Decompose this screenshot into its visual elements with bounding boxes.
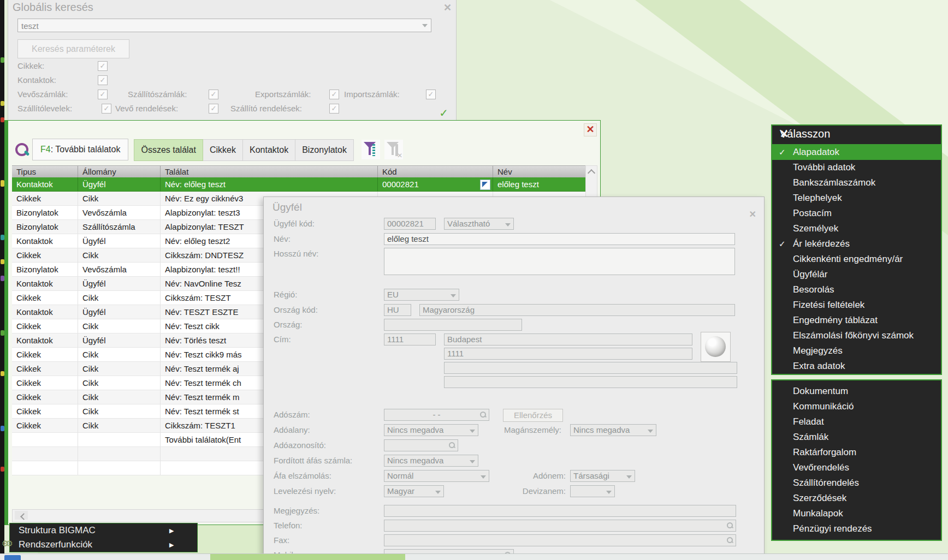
column-header[interactable]: Állomány [78,166,161,178]
reverse-vat-select[interactable]: Nincs megadva [384,455,478,467]
search-params-button[interactable]: Keresés paraméterek [17,39,129,58]
table-cell: Ügyfél [78,305,161,319]
table-cell [12,461,78,475]
private-person-select[interactable]: Nincs megadva [570,424,656,436]
address-line4-field[interactable] [444,376,737,388]
search-scope-checkbox[interactable] [209,104,218,114]
chooser-item-vevőrendelés[interactable]: Vevőrendelés [772,460,941,475]
search-scope-checkbox[interactable] [102,104,111,114]
window-title: Globális keresés [13,1,93,14]
table-cell: Cikk [78,319,161,333]
field-label-name: Név: [274,233,291,245]
long-name-field[interactable] [384,248,735,275]
chooser-item-kommunikáció[interactable]: Kommunikáció [772,399,941,414]
chooser-item-label: Raktárforgalom [793,447,856,457]
close-icon[interactable]: ✕ [443,2,452,14]
close-icon[interactable]: ✕ [584,123,597,136]
chooser-item-raktárforgalom[interactable]: Raktárforgalom [772,445,941,460]
context-menu-item[interactable]: Struktura BIGMAC▶ [10,523,197,538]
table-cell: Cikkek [12,390,78,404]
chooser-item-ár-lekérdezés[interactable]: ✓Ár lekérdezés [772,236,941,252]
chooser-item-postacím[interactable]: Postacím [772,206,941,221]
tab--sszes-tal-lat[interactable]: Összes találat [134,139,203,161]
scroll-left-icon [20,513,27,520]
zip-field[interactable]: 1111 [384,333,436,345]
table-cell: Cikkek [12,248,78,263]
chooser-item-bankszámlaszámok[interactable]: Bankszámlaszámok [772,175,941,190]
country-code-field[interactable]: HU [384,304,411,316]
table-cell [78,461,161,475]
chooser-item-alapadatok[interactable]: ✓Alapadatok [772,145,941,160]
chevron-down-icon[interactable] [422,24,428,27]
fax-field[interactable] [384,534,736,546]
chooser-item-személyek[interactable]: Személyek [772,221,941,236]
note-field[interactable] [384,505,736,517]
chooser-item-megjegyzés[interactable]: Megjegyzés [772,343,941,359]
search-scope-checkbox[interactable] [329,90,339,99]
chooser-item-feladat[interactable]: Feladat [772,414,941,430]
search-scope-checkbox[interactable] [98,90,108,99]
tab-cikkek[interactable]: Cikkek [203,139,243,161]
currency-select[interactable] [570,485,615,497]
search-input[interactable]: teszt [17,19,431,32]
tax-id-field[interactable] [384,439,458,451]
column-header[interactable]: Kód [378,166,493,178]
table-row[interactable]: KontaktokÜgyfélNév: előleg teszt00002821… [12,177,590,192]
chooser-item-számlák[interactable]: Számlák [772,430,941,445]
chooser-item-elszámolási-főkönyvi-számok[interactable]: Elszámolási főkönyvi számok [772,328,941,343]
search-scope-checkbox[interactable] [209,90,218,99]
table-cell: Kontaktok [12,277,78,291]
confirm-check-icon[interactable]: ✓ [439,106,448,120]
column-header[interactable]: Név [493,166,590,178]
tax-subject-select[interactable]: Nincs megadva [384,424,478,436]
region-select[interactable]: EU [384,289,459,301]
search-icon [15,142,29,157]
chooser-item-munkalapok[interactable]: Munkalapok [772,506,941,521]
taskbar[interactable] [0,553,948,560]
code-mode-select[interactable]: Választható [444,218,514,230]
column-header[interactable]: Találat [161,166,378,178]
mailing-language-select[interactable]: Magyar [384,485,444,497]
scroll-left-button[interactable] [15,511,28,520]
address-line3-field[interactable] [444,362,737,374]
chooser-item-telephelyek[interactable]: Telephelyek [772,190,941,206]
tab-bizonylatok[interactable]: Bizonylatok [295,139,354,161]
country-name-field[interactable]: Magyarország [419,304,735,316]
chooser-item-pénzügyi-rendezés[interactable]: Pénzügyi rendezés [772,521,941,537]
country-field[interactable] [384,319,522,331]
more-results-button[interactable]: F4: További találatok [32,139,128,160]
city-field[interactable]: Budapest [444,333,692,345]
search-scope-checkbox[interactable] [98,75,108,85]
open-record-icon[interactable] [480,180,490,190]
search-scope-checkbox[interactable] [426,90,436,99]
tab-kontaktok[interactable]: Kontaktok [243,139,295,161]
chooser-item-szerződések[interactable]: Szerződések [772,491,941,506]
filter-icon[interactable] [362,140,380,159]
chooser-item-label: Ügyfélár [793,269,827,279]
search-scope-checkbox[interactable] [98,61,108,71]
chooser-item-extra-adatok[interactable]: Extra adatok [772,359,941,374]
name-field[interactable]: előleg teszt [384,233,735,245]
taskbar-app-icon[interactable] [4,555,21,560]
column-header[interactable]: Tipus [12,166,78,178]
chooser-item-besorolás[interactable]: Besorolás [772,282,941,297]
map-globe-button[interactable] [701,332,731,362]
vat-accounting-select[interactable]: Normál [384,470,489,482]
chooser-item-dokumentum[interactable]: Dokumentum [772,384,941,399]
chooser-item-további-adatok[interactable]: További adatok [772,160,941,175]
search-scope-checkbox[interactable] [329,104,339,114]
phone-field[interactable] [384,520,736,532]
chooser-item-fizetési-feltételek[interactable]: Fizetési feltételek [772,297,941,313]
verify-button[interactable]: Ellenőrzés [503,409,563,422]
context-menu-item[interactable]: Rendszerfunkciók▶ [10,538,197,552]
chooser-item-ügyfélár[interactable]: Ügyfélár [772,267,941,282]
tax-number-field[interactable]: - - [384,409,489,421]
chooser-item-szállítórendelés[interactable]: Szállítórendelés [772,475,941,491]
chooser-item-engedmény-táblázat[interactable]: Engedmény táblázat [772,313,941,328]
address-line2-field[interactable]: 1111 [444,348,692,360]
chooser-item-cikkenkénti-engedmény-ár[interactable]: Cikkenkénti engedmény/ár [772,252,941,267]
tax-type-select[interactable]: Társasági [570,470,635,482]
table-cell: Cikk [78,390,161,404]
close-icon[interactable]: ✕ [780,128,934,140]
chooser-section-box-1: Válasszon ✕ ✓AlapadatokTovábbi adatokBan… [771,124,942,375]
